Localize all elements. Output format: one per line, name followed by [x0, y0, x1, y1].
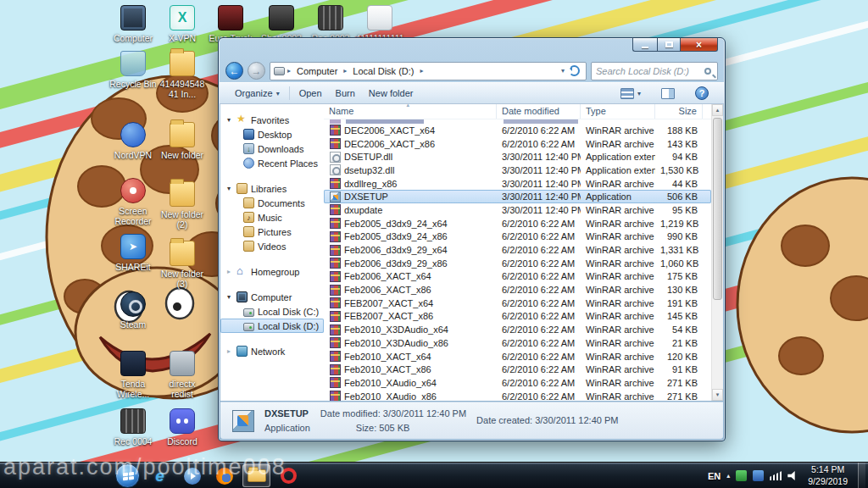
file-row-feb2005-d3dx9-24-x86[interactable]: Feb2005_d3dx9_24_x866/2/2010 6:22 AMWinR… — [324, 230, 711, 244]
taskbar-media-player[interactable] — [178, 464, 206, 487]
show-desktop-button[interactable] — [858, 463, 865, 488]
file-row-dsetup32-dll[interactable]: dsetup32.dll3/30/2011 12:40 PMApplicatio… — [324, 164, 711, 177]
address-dropdown-icon[interactable]: ▾ — [561, 67, 565, 75]
sidebar-group-computer[interactable]: Computer — [220, 290, 324, 304]
change-view-button[interactable] — [614, 86, 648, 102]
show-hidden-icons-arrow[interactable] — [726, 472, 730, 480]
column-header-date-modified[interactable]: Date modified — [497, 104, 581, 119]
file-row-feb2007-xact-x86[interactable]: FEB2007_XACT_x866/2/2010 6:22 AMWinRAR a… — [324, 310, 711, 324]
sidebar-item-local-disk-d[interactable]: Local Disk (D:) — [220, 319, 324, 333]
scroll-up-arrow[interactable] — [712, 104, 723, 116]
scroll-down-arrow[interactable] — [712, 389, 723, 401]
start-button[interactable] — [115, 463, 140, 488]
sidebar-group-homegroup[interactable]: Homegroup — [220, 264, 324, 279]
taskbar-internet-explorer[interactable]: e — [146, 464, 174, 487]
desktop-icon-screen-recorder[interactable]: Screen Recorder — [108, 178, 158, 226]
sidebar-group-network[interactable]: Network — [220, 344, 324, 358]
file-row-feb2006-d3dx9-29-x64[interactable]: Feb2006_d3dx9_29_x646/2/2010 6:22 AMWinR… — [324, 243, 711, 257]
desktop-icon-x-vpn[interactable]: X-VPN — [158, 5, 207, 43]
scrollbar-track[interactable] — [712, 116, 723, 389]
file-row-dxupdate[interactable]: dxupdate3/30/2011 12:40 PMWinRAR archive… — [324, 203, 711, 217]
file-row-dec2006-xact-x86[interactable]: DEC2006_XACT_x866/2/2010 6:22 AMWinRAR a… — [324, 137, 711, 151]
sidebar-item-recent-places[interactable]: Recent Places — [220, 156, 324, 170]
file-row-feb2005-d3dx9-24-x64[interactable]: Feb2005_d3dx9_24_x646/2/2010 6:22 AMWinR… — [324, 217, 711, 230]
file-row-feb2010-x3daudio-x86[interactable]: Feb2010_X3DAudio_x866/2/2010 6:22 AMWinR… — [324, 336, 711, 350]
maximize-button[interactable] — [657, 37, 680, 52]
file-row-feb2010-xact-x64[interactable]: Feb2010_XACT_x646/2/2010 6:22 AMWinRAR a… — [324, 350, 711, 363]
column-header-size[interactable]: Size — [655, 104, 703, 119]
organize-button[interactable]: Organize — [228, 86, 287, 101]
desktop-icon-rec-0004[interactable]: Rec 0004 — [108, 408, 158, 446]
expander-icon[interactable] — [225, 347, 233, 355]
taskbar-firefox[interactable] — [210, 464, 238, 487]
vertical-scrollbar[interactable] — [711, 104, 723, 401]
taskbar-clock[interactable]: 5:14 PM 9/29/2019 — [804, 464, 852, 486]
desktop-icon-new-folder-3[interactable]: New folder (3) — [158, 241, 207, 289]
file-row-feb2010-x3daudio-x64[interactable]: Feb2010_X3DAudio_x646/2/2010 6:22 AMWinR… — [324, 323, 711, 336]
desktop-icon-discord[interactable]: Discord — [158, 408, 207, 446]
chevron-right-icon[interactable]: ▸ — [419, 67, 424, 75]
desktop-icon-computer[interactable]: Computer — [108, 5, 158, 43]
expander-icon[interactable] — [225, 185, 233, 192]
scrollbar-thumb[interactable] — [713, 118, 722, 300]
sidebar-item-videos[interactable]: Videos — [220, 239, 324, 253]
breadcrumb-computer[interactable]: Computer — [293, 64, 341, 78]
expander-icon[interactable] — [225, 293, 233, 301]
sidebar-item-local-disk-c[interactable]: Local Disk (C:) — [220, 304, 324, 319]
file-row-feb2006-xact-x64[interactable]: Feb2006_XACT_x646/2/2010 6:22 AMWinRAR a… — [324, 270, 711, 284]
taskbar-opera[interactable] — [275, 464, 303, 487]
language-indicator[interactable]: EN — [708, 471, 721, 481]
desktop-icon-new-folder[interactable]: New folder — [158, 122, 207, 160]
column-header-name[interactable]: Name — [324, 104, 497, 119]
desktop-icon-tenda-wirele[interactable]: Tenda Wirele... — [108, 351, 158, 399]
sidebar-group-libraries[interactable]: Libraries — [220, 181, 324, 196]
sidebar-item-desktop[interactable]: Desktop — [220, 127, 324, 141]
sidebar-item-downloads[interactable]: Downloads — [220, 141, 324, 156]
desktop-icon-directx-redist[interactable]: directx redist — [158, 351, 207, 399]
sidebar-item-music[interactable]: Music — [220, 210, 324, 225]
refresh-button[interactable] — [569, 65, 580, 76]
desktop-icon-new-folder-2[interactable]: New folder (2) — [158, 181, 207, 230]
desktop-icon-recycle-bin[interactable]: Recycle Bin — [108, 51, 158, 89]
open-button[interactable]: Open — [292, 86, 329, 101]
expander-icon[interactable] — [225, 268, 233, 275]
file-row-dsetup-dll[interactable]: DSETUP.dll3/30/2011 12:40 PMApplication … — [324, 150, 711, 164]
file-row-feb2007-xact-x64[interactable]: FEB2007_XACT_x646/2/2010 6:22 AMWinRAR a… — [324, 297, 711, 310]
file-row-feb2010-xaudio-x86[interactable]: Feb2010_XAudio_x866/2/2010 6:22 AMWinRAR… — [324, 390, 711, 401]
breadcrumb-local-disk-d[interactable]: Local Disk (D:) — [349, 64, 417, 78]
sidebar-item-documents[interactable]: Documents — [220, 196, 324, 210]
close-button[interactable]: × — [680, 37, 718, 52]
file-name: FEB2007_XACT_x64 — [344, 298, 433, 308]
desktop-icon-41449454841-in[interactable]: 41449454841 In... — [158, 51, 207, 99]
address-bar[interactable]: ▸ Computer ▸ Local Disk (D:) ▸ ▾ — [270, 62, 587, 80]
file-row-dxsetup[interactable]: DXSETUP3/30/2011 12:40 PMApplication506 … — [324, 190, 711, 203]
tray-app-icon[interactable] — [736, 470, 747, 481]
burn-button[interactable]: Burn — [329, 86, 362, 101]
tray-app-icon[interactable] — [753, 470, 764, 481]
desktop-icon-shareit[interactable]: SHAREit — [108, 234, 158, 272]
new-folder-button[interactable]: New folder — [362, 86, 420, 101]
file-row-feb2010-xaudio-x64[interactable]: Feb2010_XAudio_x646/2/2010 6:22 AMWinRAR… — [324, 376, 711, 390]
file-row-dec2006-xact-x64[interactable]: DEC2006_XACT_x646/2/2010 6:22 AMWinRAR a… — [324, 124, 711, 137]
volume-icon[interactable] — [787, 471, 798, 480]
file-row-feb2010-xact-x86[interactable]: Feb2010_XACT_x866/2/2010 6:22 AMWinRAR a… — [324, 363, 711, 376]
help-button[interactable] — [688, 84, 715, 103]
chevron-right-icon[interactable]: ▸ — [342, 67, 348, 75]
file-row-feb2006-d3dx9-29-x86[interactable]: Feb2006_d3dx9_29_x866/2/2010 6:22 AMWinR… — [324, 257, 711, 270]
desktop-icon-nordvpn[interactable]: NordVPN — [108, 122, 158, 160]
forward-button[interactable] — [248, 62, 265, 80]
search-input[interactable] — [596, 66, 704, 76]
column-header-type[interactable]: Type — [581, 104, 655, 119]
desktop-icon-steam[interactable]: Steam — [108, 291, 158, 330]
minimize-button[interactable] — [632, 37, 657, 52]
taskbar-windows-explorer[interactable] — [242, 464, 270, 487]
sidebar-item-pictures[interactable]: Pictures — [220, 225, 324, 239]
expander-icon[interactable] — [225, 116, 233, 124]
file-row-dxdllreg-x86[interactable]: dxdllreg_x863/30/2011 12:40 PMWinRAR arc… — [324, 177, 711, 191]
sidebar-group-favorites[interactable]: Favorites — [220, 113, 324, 127]
network-icon[interactable] — [770, 471, 782, 480]
search-box[interactable] — [591, 62, 718, 80]
back-button[interactable] — [225, 62, 243, 80]
preview-pane-button[interactable] — [654, 86, 682, 102]
file-row-feb2006-xact-x86[interactable]: Feb2006_XACT_x866/2/2010 6:22 AMWinRAR a… — [324, 283, 711, 297]
